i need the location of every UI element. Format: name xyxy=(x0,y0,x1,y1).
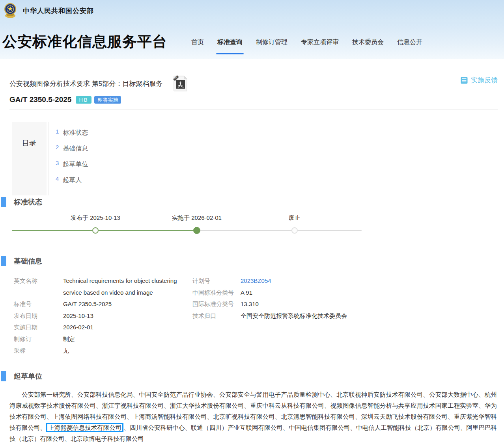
basic-info-section-header: 基础信息 xyxy=(0,256,504,266)
status-section-header: 标准状态 xyxy=(0,197,504,207)
timeline-node-abolished xyxy=(291,227,298,234)
site-header: 公安标准化信息服务平台 首页 标准查询 制修订管理 专家立项评审 技术委员会 信… xyxy=(0,22,504,59)
toc-title: 目录 xyxy=(12,122,47,195)
standard-title-row: 公安视频图像分析技术要求 第5部分：目标聚档服务 PDF 实施反馈 xyxy=(9,75,498,92)
toc-item-drafting-units[interactable]: 3起草单位 xyxy=(56,160,88,169)
site-title: 公安标准化信息服务平台 xyxy=(2,32,167,52)
info-row-publish-date: 发布日期 2025-10-13 xyxy=(14,310,192,322)
table-of-contents: 目录 1标准状态 2基础信息 3起草单位 4起草人 xyxy=(12,122,504,195)
toc-item-label: 起草人 xyxy=(63,176,82,183)
nav-information-disclosure[interactable]: 信息公开 xyxy=(397,38,422,54)
police-emblem-icon xyxy=(3,2,17,20)
toc-item-number: 2 xyxy=(56,144,59,150)
toc-item-number: 3 xyxy=(56,160,59,166)
upcoming-implementation-badge: 即将实施 xyxy=(94,96,121,104)
section-marker-bar xyxy=(1,371,6,381)
toc-list: 1标准状态 2基础信息 3起草单位 4起草人 xyxy=(48,122,88,195)
basic-info-section-title: 基础信息 xyxy=(14,256,42,266)
standard-title: 公安视频图像分析技术要求 第5部分：目标聚档服务 xyxy=(9,79,162,88)
drafting-units-section-title: 起草单位 xyxy=(14,371,42,381)
status-section-title: 标准状态 xyxy=(14,197,42,207)
standard-code-row: GA/T 2350.5-2025 HB 即将实施 xyxy=(9,95,495,104)
main-nav: 首页 标准查询 制修订管理 专家立项评审 技术委员会 信息公开 xyxy=(191,38,422,54)
info-row-ccs-code: 中国标准分类号 A 91 xyxy=(192,287,347,299)
nav-home[interactable]: 首页 xyxy=(191,38,204,54)
nav-technical-committee[interactable]: 技术委员会 xyxy=(352,38,384,54)
status-timeline: 发布于 2025-10-13 实施于 2026-02-01 废止 xyxy=(0,214,504,240)
info-row-revision-type: 制修订 制定 xyxy=(14,333,192,345)
info-row-standard-code: 标准号 GA/T 2350.5-2025 xyxy=(14,298,192,310)
nav-standard-search[interactable]: 标准查询 xyxy=(217,38,243,54)
timeline-line-future xyxy=(197,230,362,231)
nav-expert-project-review[interactable]: 专家立项评审 xyxy=(301,38,339,54)
header-divider xyxy=(9,110,498,110)
highlighted-company-box: 上海熙菱信息技术有限公司 xyxy=(46,423,123,432)
nav-revision-management[interactable]: 制修订管理 xyxy=(256,38,287,54)
hb-badge: HB xyxy=(76,96,91,104)
info-row-technical-committee: 技术归口 全国安全防范报警系统标准化技术委员会 xyxy=(192,310,347,322)
toc-item-number: 4 xyxy=(56,175,59,182)
toc-item-status[interactable]: 1标准状态 xyxy=(56,128,88,137)
timeline-abolished-label: 废止 xyxy=(289,214,301,222)
info-row-adoption: 采标 无 xyxy=(14,345,192,357)
toc-item-number: 1 xyxy=(56,128,59,135)
toc-item-label: 标准状态 xyxy=(63,129,88,136)
basic-info-left-column: 英文名称 Technical requirements for object c… xyxy=(14,275,192,357)
feedback-label: 实施反馈 xyxy=(471,76,498,85)
section-marker-bar xyxy=(1,197,6,207)
timeline-node-implemented xyxy=(193,227,200,234)
info-row-plan-number: 计划号 2023BZ054 xyxy=(192,275,347,287)
ministry-title: 中华人民共和国公安部 xyxy=(23,6,94,15)
timeline-line-done xyxy=(12,230,197,231)
toc-item-label: 基础信息 xyxy=(63,145,88,152)
toc-item-drafters[interactable]: 4起草人 xyxy=(56,175,88,184)
toc-item-basic-info[interactable]: 2基础信息 xyxy=(56,144,88,153)
toc-item-label: 起草单位 xyxy=(63,161,88,167)
standard-code: GA/T 2350.5-2025 xyxy=(9,95,71,104)
ministry-top-bar: 中华人民共和国公安部 xyxy=(0,0,504,22)
drafting-units-paragraph: 公安部第一研究所、公安部科技信息化局、中国安全防范产品行业协会、公安部安全与警用… xyxy=(9,389,497,442)
basic-info-right-column: 计划号 2023BZ054 中国标准分类号 A 91 国际标准分类号 13.31… xyxy=(192,275,347,357)
timeline-implemented-label: 实施于 2026-02-01 xyxy=(172,214,222,222)
section-marker-bar xyxy=(1,256,6,266)
basic-info-grid: 英文名称 Technical requirements for object c… xyxy=(14,275,498,357)
feedback-form-icon xyxy=(460,76,468,84)
timeline-node-published xyxy=(92,227,99,234)
plan-number-link[interactable]: 2023BZ054 xyxy=(241,275,271,287)
info-row-ics-code: 国际标准分类号 13.310 xyxy=(192,298,347,310)
info-row-implement-date: 实施日期 2026-02-01 xyxy=(14,321,192,333)
drafting-units-section-header: 起草单位 xyxy=(0,371,504,381)
info-row-english-name: 英文名称 Technical requirements for object c… xyxy=(14,275,192,298)
implementation-feedback-link[interactable]: 实施反馈 xyxy=(460,76,498,85)
pdf-file-icon[interactable]: PDF xyxy=(173,75,188,92)
timeline-published-label: 发布于 2025-10-13 xyxy=(71,214,120,222)
